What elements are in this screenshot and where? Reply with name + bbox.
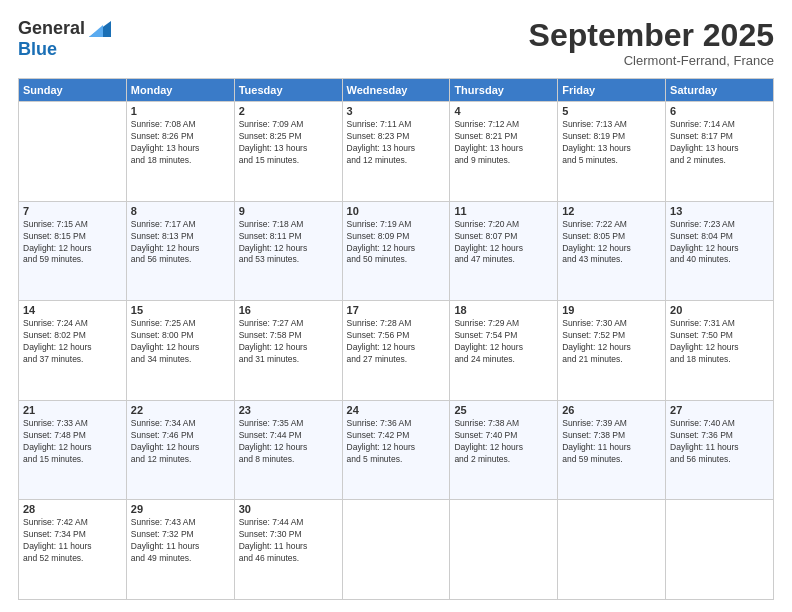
table-cell: 30Sunrise: 7:44 AM Sunset: 7:30 PM Dayli…: [234, 500, 342, 600]
logo-blue: Blue: [18, 39, 57, 60]
day-number: 29: [131, 503, 230, 515]
day-number: 22: [131, 404, 230, 416]
day-number: 17: [347, 304, 446, 316]
day-info: Sunrise: 7:33 AM Sunset: 7:48 PM Dayligh…: [23, 418, 122, 466]
day-info: Sunrise: 7:39 AM Sunset: 7:38 PM Dayligh…: [562, 418, 661, 466]
day-info: Sunrise: 7:11 AM Sunset: 8:23 PM Dayligh…: [347, 119, 446, 167]
month-title: September 2025: [529, 18, 774, 53]
page: General Blue September 2025 Clermont-Fer…: [0, 0, 792, 612]
day-number: 21: [23, 404, 122, 416]
table-cell: 15Sunrise: 7:25 AM Sunset: 8:00 PM Dayli…: [126, 301, 234, 401]
logo-general: General: [18, 18, 85, 39]
day-number: 1: [131, 105, 230, 117]
day-info: Sunrise: 7:14 AM Sunset: 8:17 PM Dayligh…: [670, 119, 769, 167]
week-row-4: 28Sunrise: 7:42 AM Sunset: 7:34 PM Dayli…: [19, 500, 774, 600]
table-cell: 3Sunrise: 7:11 AM Sunset: 8:23 PM Daylig…: [342, 102, 450, 202]
calendar-table: Sunday Monday Tuesday Wednesday Thursday…: [18, 78, 774, 600]
day-info: Sunrise: 7:18 AM Sunset: 8:11 PM Dayligh…: [239, 219, 338, 267]
day-info: Sunrise: 7:30 AM Sunset: 7:52 PM Dayligh…: [562, 318, 661, 366]
table-cell: 5Sunrise: 7:13 AM Sunset: 8:19 PM Daylig…: [558, 102, 666, 202]
day-info: Sunrise: 7:27 AM Sunset: 7:58 PM Dayligh…: [239, 318, 338, 366]
table-cell: 14Sunrise: 7:24 AM Sunset: 8:02 PM Dayli…: [19, 301, 127, 401]
day-info: Sunrise: 7:28 AM Sunset: 7:56 PM Dayligh…: [347, 318, 446, 366]
table-cell: 19Sunrise: 7:30 AM Sunset: 7:52 PM Dayli…: [558, 301, 666, 401]
day-number: 19: [562, 304, 661, 316]
day-info: Sunrise: 7:22 AM Sunset: 8:05 PM Dayligh…: [562, 219, 661, 267]
header: General Blue September 2025 Clermont-Fer…: [18, 18, 774, 68]
col-wednesday: Wednesday: [342, 79, 450, 102]
day-number: 26: [562, 404, 661, 416]
day-info: Sunrise: 7:25 AM Sunset: 8:00 PM Dayligh…: [131, 318, 230, 366]
day-info: Sunrise: 7:12 AM Sunset: 8:21 PM Dayligh…: [454, 119, 553, 167]
table-cell: 1Sunrise: 7:08 AM Sunset: 8:26 PM Daylig…: [126, 102, 234, 202]
table-cell: 23Sunrise: 7:35 AM Sunset: 7:44 PM Dayli…: [234, 400, 342, 500]
day-number: 23: [239, 404, 338, 416]
table-cell: 11Sunrise: 7:20 AM Sunset: 8:07 PM Dayli…: [450, 201, 558, 301]
day-info: Sunrise: 7:17 AM Sunset: 8:13 PM Dayligh…: [131, 219, 230, 267]
day-info: Sunrise: 7:42 AM Sunset: 7:34 PM Dayligh…: [23, 517, 122, 565]
calendar-header-row: Sunday Monday Tuesday Wednesday Thursday…: [19, 79, 774, 102]
table-cell: 7Sunrise: 7:15 AM Sunset: 8:15 PM Daylig…: [19, 201, 127, 301]
table-cell: [342, 500, 450, 600]
col-tuesday: Tuesday: [234, 79, 342, 102]
table-cell: 25Sunrise: 7:38 AM Sunset: 7:40 PM Dayli…: [450, 400, 558, 500]
day-number: 25: [454, 404, 553, 416]
day-number: 12: [562, 205, 661, 217]
col-sunday: Sunday: [19, 79, 127, 102]
table-cell: 20Sunrise: 7:31 AM Sunset: 7:50 PM Dayli…: [666, 301, 774, 401]
day-number: 7: [23, 205, 122, 217]
table-cell: 9Sunrise: 7:18 AM Sunset: 8:11 PM Daylig…: [234, 201, 342, 301]
table-cell: 12Sunrise: 7:22 AM Sunset: 8:05 PM Dayli…: [558, 201, 666, 301]
day-number: 27: [670, 404, 769, 416]
day-number: 14: [23, 304, 122, 316]
day-number: 13: [670, 205, 769, 217]
day-number: 8: [131, 205, 230, 217]
day-info: Sunrise: 7:34 AM Sunset: 7:46 PM Dayligh…: [131, 418, 230, 466]
week-row-3: 21Sunrise: 7:33 AM Sunset: 7:48 PM Dayli…: [19, 400, 774, 500]
day-number: 9: [239, 205, 338, 217]
day-info: Sunrise: 7:15 AM Sunset: 8:15 PM Dayligh…: [23, 219, 122, 267]
day-info: Sunrise: 7:29 AM Sunset: 7:54 PM Dayligh…: [454, 318, 553, 366]
day-info: Sunrise: 7:08 AM Sunset: 8:26 PM Dayligh…: [131, 119, 230, 167]
day-number: 24: [347, 404, 446, 416]
day-info: Sunrise: 7:19 AM Sunset: 8:09 PM Dayligh…: [347, 219, 446, 267]
table-cell: 28Sunrise: 7:42 AM Sunset: 7:34 PM Dayli…: [19, 500, 127, 600]
day-info: Sunrise: 7:31 AM Sunset: 7:50 PM Dayligh…: [670, 318, 769, 366]
day-number: 10: [347, 205, 446, 217]
day-number: 16: [239, 304, 338, 316]
day-number: 11: [454, 205, 553, 217]
col-thursday: Thursday: [450, 79, 558, 102]
table-cell: 21Sunrise: 7:33 AM Sunset: 7:48 PM Dayli…: [19, 400, 127, 500]
table-cell: [666, 500, 774, 600]
table-cell: 4Sunrise: 7:12 AM Sunset: 8:21 PM Daylig…: [450, 102, 558, 202]
day-info: Sunrise: 7:20 AM Sunset: 8:07 PM Dayligh…: [454, 219, 553, 267]
table-cell: 17Sunrise: 7:28 AM Sunset: 7:56 PM Dayli…: [342, 301, 450, 401]
week-row-1: 7Sunrise: 7:15 AM Sunset: 8:15 PM Daylig…: [19, 201, 774, 301]
table-cell: 13Sunrise: 7:23 AM Sunset: 8:04 PM Dayli…: [666, 201, 774, 301]
day-number: 18: [454, 304, 553, 316]
col-friday: Friday: [558, 79, 666, 102]
table-cell: 22Sunrise: 7:34 AM Sunset: 7:46 PM Dayli…: [126, 400, 234, 500]
day-info: Sunrise: 7:23 AM Sunset: 8:04 PM Dayligh…: [670, 219, 769, 267]
day-info: Sunrise: 7:36 AM Sunset: 7:42 PM Dayligh…: [347, 418, 446, 466]
table-cell: 26Sunrise: 7:39 AM Sunset: 7:38 PM Dayli…: [558, 400, 666, 500]
table-cell: 18Sunrise: 7:29 AM Sunset: 7:54 PM Dayli…: [450, 301, 558, 401]
logo-icon: [89, 21, 111, 37]
table-cell: 29Sunrise: 7:43 AM Sunset: 7:32 PM Dayli…: [126, 500, 234, 600]
col-saturday: Saturday: [666, 79, 774, 102]
day-info: Sunrise: 7:24 AM Sunset: 8:02 PM Dayligh…: [23, 318, 122, 366]
day-number: 4: [454, 105, 553, 117]
day-number: 2: [239, 105, 338, 117]
table-cell: 8Sunrise: 7:17 AM Sunset: 8:13 PM Daylig…: [126, 201, 234, 301]
table-cell: [558, 500, 666, 600]
table-cell: 27Sunrise: 7:40 AM Sunset: 7:36 PM Dayli…: [666, 400, 774, 500]
day-number: 6: [670, 105, 769, 117]
table-cell: 10Sunrise: 7:19 AM Sunset: 8:09 PM Dayli…: [342, 201, 450, 301]
day-info: Sunrise: 7:38 AM Sunset: 7:40 PM Dayligh…: [454, 418, 553, 466]
subtitle: Clermont-Ferrand, France: [529, 53, 774, 68]
day-number: 15: [131, 304, 230, 316]
table-cell: 6Sunrise: 7:14 AM Sunset: 8:17 PM Daylig…: [666, 102, 774, 202]
day-number: 20: [670, 304, 769, 316]
week-row-2: 14Sunrise: 7:24 AM Sunset: 8:02 PM Dayli…: [19, 301, 774, 401]
day-info: Sunrise: 7:40 AM Sunset: 7:36 PM Dayligh…: [670, 418, 769, 466]
